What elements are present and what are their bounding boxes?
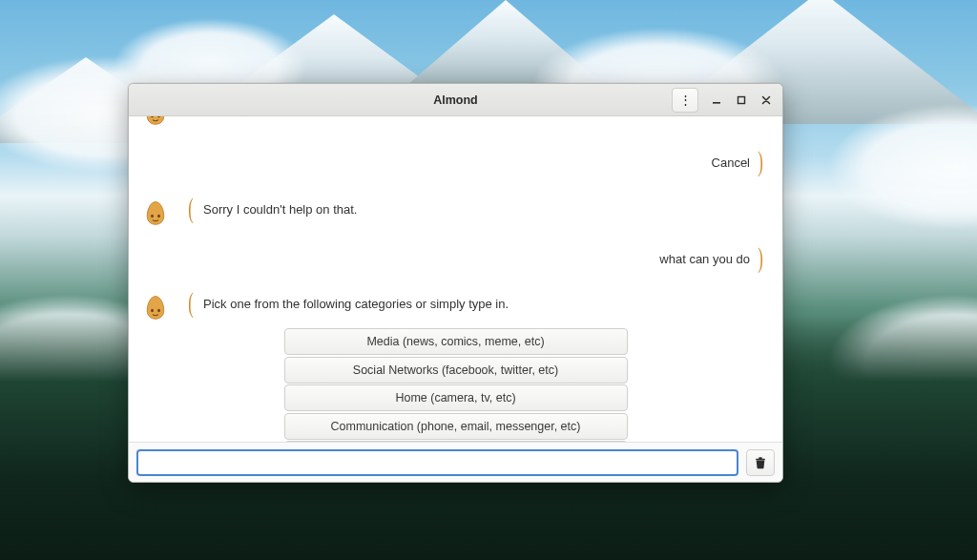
category-button-communication[interactable]: Communication (phone, email, messenger, …: [284, 413, 628, 440]
category-button-home[interactable]: Home (camera, tv, etc): [284, 384, 628, 411]
svg-point-7: [157, 309, 160, 313]
minimize-button[interactable]: [704, 88, 729, 113]
chat-input[interactable]: [136, 449, 738, 476]
almond-icon: [142, 116, 169, 126]
bracket-icon: ): [758, 247, 763, 268]
bot-message-row: ( Pick one from the following categories…: [142, 292, 769, 321]
clear-button[interactable]: [746, 449, 775, 476]
titlebar[interactable]: Almond ⋮: [129, 84, 782, 116]
almond-icon: [142, 199, 169, 226]
trash-icon: [754, 456, 767, 469]
svg-point-6: [151, 309, 154, 313]
category-label: Home (camera, tv, etc): [395, 391, 515, 404]
chat-area[interactable]: Cancel ) ( Sorry I couldn't help on that…: [129, 116, 782, 442]
category-button-services[interactable]: Services (weather, calendar, todo list, …: [284, 441, 628, 442]
category-button-social[interactable]: Social Networks (facebook, twitter, etc): [284, 357, 628, 384]
bot-message-text: Pick one from the following categories o…: [203, 292, 509, 316]
svg-point-4: [151, 215, 154, 218]
user-message-text: Cancel: [712, 151, 750, 175]
input-bar: [129, 442, 782, 482]
menu-button[interactable]: ⋮: [672, 88, 698, 113]
user-message-text: what can you do: [659, 247, 750, 271]
svg-rect-1: [738, 96, 745, 103]
bracket-icon: (: [188, 197, 194, 218]
maximize-icon: [737, 95, 746, 105]
svg-point-5: [157, 215, 160, 218]
close-button[interactable]: [754, 88, 779, 113]
almond-icon: [142, 294, 169, 321]
bot-avatar-partial: [142, 116, 169, 126]
bracket-icon: ): [758, 151, 763, 172]
category-label: Media (news, comics, meme, etc): [366, 335, 544, 348]
bot-message-text: Sorry I couldn't help on that.: [203, 197, 357, 221]
titlebar-controls: ⋮: [672, 84, 782, 115]
category-label: Communication (phone, email, messenger, …: [331, 420, 581, 433]
user-message-row: Cancel ): [142, 151, 769, 175]
app-window: Almond ⋮: [128, 83, 783, 483]
category-list: Media (news, comics, meme, etc) Social N…: [284, 328, 628, 442]
svg-rect-0: [713, 102, 720, 104]
user-message-row: what can you do ): [142, 247, 769, 271]
minimize-icon: [712, 95, 721, 105]
kebab-icon: ⋮: [679, 96, 691, 104]
close-icon: [761, 95, 771, 105]
desktop-wallpaper: Almond ⋮: [0, 0, 977, 560]
bot-message-row: ( Sorry I couldn't help on that.: [142, 197, 769, 226]
category-label: Social Networks (facebook, twitter, etc): [353, 363, 558, 377]
category-button-media[interactable]: Media (news, comics, meme, etc): [284, 328, 628, 355]
bracket-icon: (: [188, 292, 194, 313]
svg-rect-9: [759, 457, 762, 459]
maximize-button[interactable]: [729, 88, 754, 113]
